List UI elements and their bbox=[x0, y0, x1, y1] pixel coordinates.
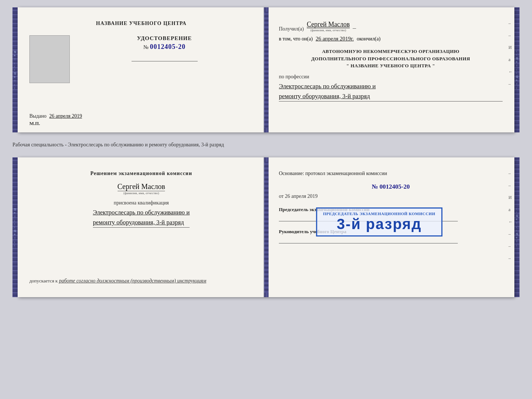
cert-issued-block: Выдано 26 апреля 2019 bbox=[29, 113, 82, 119]
photo-placeholder bbox=[29, 35, 70, 83]
org-block: АВТОНОМНУЮ НЕКОММЕРЧЕСКУЮ ОРГАНИЗАЦИЮ ДО… bbox=[279, 48, 503, 70]
stamp-large-text: 3-й разряд bbox=[323, 216, 435, 232]
bottom-left-page: Решением экзаменационной комиссии Сергей… bbox=[18, 157, 264, 297]
mp-label: М.П. bbox=[29, 121, 40, 127]
recipient-name: Сергей Маслов bbox=[307, 21, 350, 28]
basis-number: № 0012405-20 bbox=[279, 183, 503, 190]
bottom-spine-text: И а ← – – – И а ← – – bbox=[13, 208, 17, 247]
issued-date: 26 апреля 2019 bbox=[49, 113, 82, 119]
basis-date-prefix: от bbox=[279, 193, 284, 199]
training-center-title: НАЗВАНИЕ УЧЕБНОГО ЦЕНТРА bbox=[96, 21, 186, 26]
qual-line2: ремонту оборудования, 3-й разряд bbox=[93, 217, 190, 227]
center-spine bbox=[264, 7, 269, 132]
bottom-right-spine-text: – – И а ← – – И а ← – bbox=[515, 208, 519, 247]
recipient-row: Получил(а) Сергей Маслов (фамилия, имя, … bbox=[279, 21, 503, 32]
org-line3: " НАЗВАНИЕ УЧЕБНОГО ЦЕНТРА " bbox=[279, 62, 503, 70]
bottom-center-spine bbox=[264, 157, 269, 297]
profession-line2: ремонту оборудования, 3-й разряд bbox=[279, 91, 503, 101]
cert-label: УДОСТОВЕРЕНИЕ bbox=[137, 35, 192, 42]
fio-hint: (фамилия, имя, отчество) bbox=[307, 28, 350, 32]
decision-title: Решением экзаменационной комиссии bbox=[29, 171, 253, 177]
date-prefix: в том, что он(а) bbox=[279, 36, 313, 42]
cert-number-block: УДОСТОВЕРЕНИЕ № 0012405-20 bbox=[76, 35, 253, 64]
spine-text: И а ← – – – И а ← – – bbox=[13, 51, 17, 89]
issued-label: Выдано bbox=[29, 113, 47, 119]
basis-date: от 26 апреля 2019 bbox=[279, 193, 503, 199]
qual-prefix: присвоена квалификация bbox=[114, 200, 169, 206]
bottom-right-edge-letters: – – И а ← – – – bbox=[508, 171, 513, 261]
bottom-right-page: Основание: протокол экзаменационной коми… bbox=[269, 157, 514, 297]
cert-center-block: УДОСТОВЕРЕНИЕ № 0012405-20 bbox=[29, 35, 253, 83]
bottom-certificate-card: И а ← – – – И а ← – – Решением экзаменац… bbox=[12, 157, 520, 297]
org-line2: ДОПОЛНИТЕЛЬНОГО ПРОФЕССИОНАЛЬНОГО ОБРАЗО… bbox=[279, 55, 503, 63]
cert-number-value: 0012405-20 bbox=[150, 43, 186, 50]
finished-label: окончил(а) bbox=[357, 36, 381, 42]
right-spine-strip: – – И а ← – – И а ← – bbox=[514, 7, 520, 132]
qual-line1: Электрослесарь по обслуживанию и bbox=[93, 207, 190, 217]
recipient-block: Сергей Маслов (фамилия, имя, отчество) bbox=[307, 21, 350, 32]
right-edge-letters: – – И а ← – bbox=[508, 21, 513, 87]
between-text: Рабочая специальность - Электрослесарь п… bbox=[12, 139, 520, 151]
profession-block: Электрослесарь по обслуживанию и ремонту… bbox=[279, 81, 503, 101]
date-value: 26 апреля 2019г. bbox=[316, 36, 354, 42]
profession-prefix: по профессии bbox=[279, 74, 503, 80]
basis-block: Основание: протокол экзаменационной коми… bbox=[279, 171, 503, 177]
person-name-block: Сергей Маслов (фамилия, имя, отчество) bbox=[118, 182, 165, 195]
cert-number-prefix: № bbox=[143, 44, 148, 50]
received-label: Получил(а) bbox=[279, 26, 304, 32]
person-fio-hint: (фамилия, имя, отчество) bbox=[118, 191, 165, 195]
date-row: в том, что он(а) 26 апреля 2019г. окончи… bbox=[279, 36, 503, 42]
basis-date-value: 26 апреля 2019 bbox=[285, 193, 317, 199]
допускается-block: допускается к работе согласно должностны… bbox=[29, 278, 253, 284]
stamp-overlay: Председатель экзаменационной комиссии 3-… bbox=[316, 207, 442, 236]
right-spine-text: – – И а ← – – И а ← – bbox=[515, 51, 519, 89]
bottom-right-spine-strip: – – И а ← – – И а ← – bbox=[514, 157, 520, 297]
top-left-page: НАЗВАНИЕ УЧЕБНОГО ЦЕНТРА УДОСТОВЕРЕНИЕ №… bbox=[18, 7, 264, 132]
top-certificate-card: И а ← – – – И а ← – – НАЗВАНИЕ УЧЕБНОГО … bbox=[12, 7, 520, 132]
dash: – bbox=[353, 24, 356, 32]
profession-line1: Электрослесарь по обслуживанию и bbox=[279, 81, 503, 91]
basis-number-prefix: № bbox=[372, 183, 378, 190]
stamp-small-text: Председатель экзаменационной комиссии bbox=[323, 211, 435, 216]
person-name: Сергей Маслов bbox=[118, 182, 165, 191]
cert-number-line: № 0012405-20 bbox=[143, 43, 186, 51]
bottom-left-spine-strip: И а ← – – – И а ← – – bbox=[12, 157, 18, 297]
basis-label: Основание: протокол экзаменационной коми… bbox=[279, 171, 387, 176]
допускается-value: работе согласно должностным (производств… bbox=[59, 278, 206, 284]
left-spine-strip: И а ← – – – И а ← – – bbox=[12, 7, 18, 132]
basis-number-value: 0012405-20 bbox=[380, 183, 410, 190]
допускается-prefix: допускается к bbox=[29, 278, 58, 284]
top-right-page: Получил(а) Сергей Маслов (фамилия, имя, … bbox=[269, 7, 514, 132]
qual-block: Электрослесарь по обслуживанию и ремонту… bbox=[93, 207, 190, 228]
org-line1: АВТОНОМНУЮ НЕКОММЕРЧЕСКУЮ ОРГАНИЗАЦИЮ bbox=[279, 48, 503, 55]
